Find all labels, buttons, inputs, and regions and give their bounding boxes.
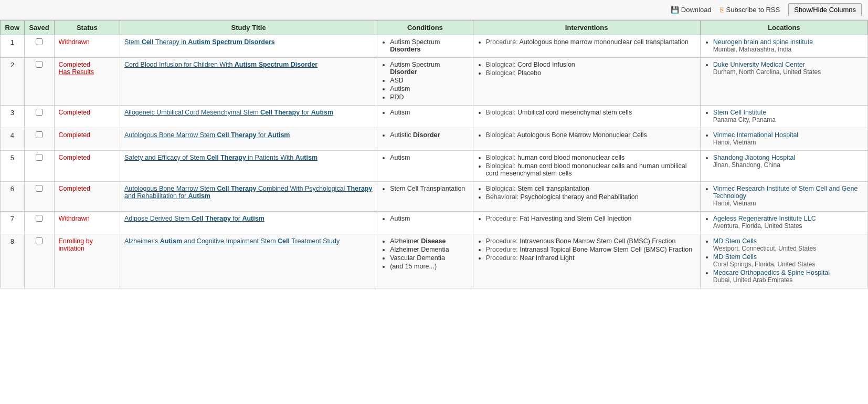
intervention-name: Autologous bone marrow mononuclear cell … — [520, 38, 689, 46]
status-badge: Withdrawn — [59, 38, 90, 46]
table-row: 6CompletedAutologous Bone Marrow Stem Ce… — [1, 182, 868, 212]
intervention-item: Behavioral: Psychological therapy and Re… — [486, 193, 696, 201]
saved-cell — [24, 58, 54, 106]
title-cell: Cord Blood Infusion for Children With Au… — [120, 58, 377, 106]
study-title-link[interactable]: Allogeneic Umbilical Cord Mesenchymal St… — [124, 109, 333, 116]
intervention-name: human cord blood mononuclear cells — [517, 154, 624, 161]
status-badge: Completed — [59, 131, 90, 139]
condition-item: Stem Cell Transplantation — [390, 185, 468, 192]
intervention-item: Biological: Cord Blood Infusion — [486, 61, 696, 68]
status-badge: Completed — [59, 185, 90, 192]
row-number: 2 — [1, 58, 25, 106]
conditions-cell: Autism — [377, 106, 473, 128]
condition-item: PDD — [390, 94, 468, 101]
rss-link[interactable]: ⎘ Subscribe to RSS — [720, 6, 780, 14]
locations-cell: MD Stem CellsWestport, Connecticut, Unit… — [700, 234, 867, 288]
intervention-name: Autologous Bone Marrow Mononuclear Cells — [517, 131, 647, 139]
condition-item: ASD — [390, 77, 468, 84]
location-place: Coral Springs, Florida, United States — [713, 261, 816, 268]
saved-cell — [24, 182, 54, 212]
status-badge: Completed — [59, 109, 90, 116]
col-header-row: Row — [1, 20, 25, 35]
location-item: Shandong Jiaotong HospitalJinan, Shandon… — [713, 154, 863, 169]
intervention-type: Procedure: — [486, 215, 520, 222]
title-cell: Stem Cell Therapy in Autism Spectrum Dis… — [120, 35, 377, 58]
save-checkbox[interactable] — [36, 38, 43, 45]
conditions-cell: Alzheimer DiseaseAlzheimer DementiaVascu… — [377, 234, 473, 288]
interventions-cell: Biological: human cord blood mononuclear… — [473, 151, 700, 182]
col-header-locations: Locations — [700, 20, 867, 35]
table-row: 3CompletedAllogeneic Umbilical Cord Mese… — [1, 106, 868, 128]
intervention-item: Procedure: Autologous bone marrow mononu… — [486, 38, 696, 46]
location-name: MD Stem Cells — [713, 253, 757, 261]
save-checkbox[interactable] — [36, 109, 43, 116]
intervention-item: Biological: Umbilical cord mesenchymal s… — [486, 109, 696, 116]
location-place: Hanoi, Vietnam — [713, 139, 756, 146]
intervention-type: Biological: — [486, 69, 517, 77]
status-cell: Completed — [54, 182, 120, 212]
location-place: Durham, North Carolina, United States — [713, 68, 821, 76]
location-item: MD Stem CellsCoral Springs, Florida, Uni… — [713, 253, 863, 268]
saved-cell — [24, 234, 54, 288]
location-name: Shandong Jiaotong Hospital — [713, 154, 795, 161]
title-cell: Autologous Bone Marrow Stem Cell Therapy… — [120, 128, 377, 151]
location-name: Duke University Medical Center — [713, 61, 805, 68]
intervention-name: Intravenous Bone Marrow Stem Cell (BMSC)… — [520, 237, 675, 245]
study-title-link[interactable]: Autologous Bone Marrow Stem Cell Therapy… — [124, 185, 372, 200]
save-checkbox[interactable] — [36, 154, 43, 161]
location-name: MD Stem Cells — [713, 237, 757, 245]
row-number: 8 — [1, 234, 25, 288]
rss-label: Subscribe to RSS — [726, 6, 780, 14]
condition-item: Vascular Dementia — [390, 254, 468, 262]
interventions-cell: Biological: Stem cell transplantationBeh… — [473, 182, 700, 212]
intervention-type: Biological: — [486, 61, 517, 68]
results-table: Row Saved Status Study Title Conditions … — [0, 20, 868, 288]
status-cell: Enrolling by invitation — [54, 234, 120, 288]
download-link[interactable]: 💾 Download — [671, 6, 712, 14]
col-header-interventions: Interventions — [473, 20, 700, 35]
study-title-link[interactable]: Stem Cell Therapy in Autism Spectrum Dis… — [124, 38, 275, 46]
location-item: Stem Cell InstitutePanama City, Panama — [713, 109, 863, 123]
interventions-cell: Procedure: Autologous bone marrow mononu… — [473, 35, 700, 58]
locations-cell: Ageless Regenerative Institute LLCAventu… — [700, 212, 867, 234]
study-title-link[interactable]: Cord Blood Infusion for Children With Au… — [124, 61, 317, 68]
location-item: Duke University Medical CenterDurham, No… — [713, 61, 863, 76]
study-title-link[interactable]: Alzheimer's Autism and Cognitive Impairm… — [124, 237, 340, 245]
save-checkbox[interactable] — [36, 237, 43, 244]
intervention-item: Biological: human cord blood mononuclear… — [486, 154, 696, 161]
study-title-link[interactable]: Safety and Efficacy of Stem Cell Therapy… — [124, 154, 317, 161]
conditions-cell: Autism — [377, 212, 473, 234]
save-checkbox[interactable] — [36, 131, 43, 138]
save-checkbox[interactable] — [36, 215, 43, 222]
status-badge: Withdrawn — [59, 215, 90, 222]
row-number: 7 — [1, 212, 25, 234]
intervention-type: Biological: — [486, 162, 517, 170]
locations-cell: Duke University Medical CenterDurham, No… — [700, 58, 867, 106]
study-title-link[interactable]: Adipose Derived Stem Cell Therapy for Au… — [124, 215, 264, 222]
study-title-link[interactable]: Autologous Bone Marrow Stem Cell Therapy… — [124, 131, 290, 139]
save-checkbox[interactable] — [36, 61, 43, 68]
intervention-name: Umbilical cord mesenchymal stem cells — [517, 109, 632, 116]
condition-item: Autistic Disorder — [390, 131, 468, 139]
intervention-type: Procedure: — [486, 246, 520, 253]
intervention-type: Procedure: — [486, 254, 520, 262]
condition-item: Autism — [390, 85, 468, 92]
top-bar: 💾 Download ⎘ Subscribe to RSS Show/Hide … — [0, 0, 868, 20]
locations-cell: Vinmec Research Institute of Stem Cell a… — [700, 182, 867, 212]
save-checkbox[interactable] — [36, 185, 43, 192]
location-name: Vinmec Research Institute of Stem Cell a… — [713, 185, 858, 200]
has-results-link[interactable]: Has Results — [59, 68, 115, 76]
row-number: 5 — [1, 151, 25, 182]
show-hide-button[interactable]: Show/Hide Columns — [788, 3, 862, 16]
download-label: Download — [681, 6, 712, 14]
condition-item: Alzheimer Dementia — [390, 246, 468, 253]
location-place: Mumbai, Maharashtra, India — [713, 46, 791, 53]
condition-item: Autism Spectrum Disorders — [390, 38, 468, 53]
location-name: Medcare Orthopaedics & Spine Hospital — [713, 269, 830, 276]
location-place: Dubai, United Arab Emirates — [713, 276, 792, 284]
intervention-type: Biological: — [486, 131, 517, 139]
interventions-cell: Biological: Umbilical cord mesenchymal s… — [473, 106, 700, 128]
condition-item: (and 15 more...) — [390, 263, 468, 270]
locations-cell: Stem Cell InstitutePanama City, Panama — [700, 106, 867, 128]
col-header-saved: Saved — [24, 20, 54, 35]
